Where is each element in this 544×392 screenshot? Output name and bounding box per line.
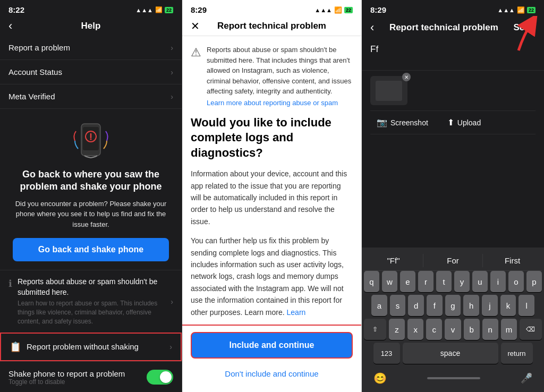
diagnostics-heading: Would you like to include complete logs … [191, 115, 353, 161]
key-l[interactable]: l [518, 295, 534, 316]
key-backspace[interactable]: ⌫ [520, 319, 542, 340]
battery-2: 22 [344, 7, 353, 13]
chevron-icon-report: › [171, 44, 173, 52]
chevron-icon-meta: › [171, 92, 173, 101]
signal-icon-1: ▲▲▲ [135, 7, 153, 13]
report-no-shake-item[interactable]: 📋 Report problem without shaking › [0, 333, 182, 361]
key-return[interactable]: return [501, 343, 533, 364]
close-button-2[interactable]: ✕ [191, 20, 200, 32]
upload-button[interactable]: ⬆ Upload [441, 115, 487, 130]
body-text-2-content: You can further help us fix this problem… [191, 236, 344, 316]
screenshot-button[interactable]: 📷 Screenshot [370, 115, 435, 130]
warning-icon: ⚠ [191, 46, 201, 59]
report-text-area[interactable] [362, 39, 544, 71]
status-bar-3: 8:29 ▲▲▲ 📶 22 [362, 0, 544, 16]
key-i[interactable]: i [490, 271, 506, 292]
key-v[interactable]: v [445, 319, 461, 340]
key-h[interactable]: h [463, 295, 479, 316]
abuse-info-sub: Learn how to report abuse or spam. This … [18, 299, 165, 326]
screenshot-thumb-inner [376, 81, 402, 101]
menu-item-report[interactable]: Report a problem › [0, 36, 182, 60]
key-d[interactable]: d [408, 295, 424, 316]
suggestion-2[interactable]: First [483, 254, 542, 267]
keyboard-suggestions: "Ff" For First [364, 251, 542, 271]
report-no-shake-chevron: › [169, 343, 172, 351]
key-g[interactable]: g [445, 295, 461, 316]
include-continue-button[interactable]: Include and continue [191, 332, 353, 359]
key-x[interactable]: x [407, 319, 423, 340]
key-shift[interactable]: ⇧ [364, 319, 386, 340]
p2-content: ⚠ Reports about abuse or spam shouldn't … [182, 36, 361, 325]
key-m[interactable]: m [501, 319, 517, 340]
report-no-shake-left: 📋 Report problem without shaking [10, 341, 139, 353]
learn-link[interactable]: Learn [287, 308, 306, 317]
key-b[interactable]: b [464, 319, 480, 340]
warning-section: ⚠ Reports about abuse or spam shouldn't … [191, 45, 353, 107]
remove-screenshot-button[interactable]: ✕ [402, 73, 411, 81]
nav-bar-2: ✕ Report technical problem [182, 16, 361, 36]
panel-help: 8:22 ▲▲▲ 📶 22 ‹ Help Report a problem › … [0, 0, 182, 392]
send-button[interactable]: Send [513, 22, 536, 33]
status-icons-2: ▲▲▲ 📶 22 [314, 6, 353, 14]
menu-item-report-label: Report a problem [8, 43, 70, 52]
suggestion-0[interactable]: "Ff" [364, 254, 423, 267]
page-title-2: Report technical problem [217, 21, 326, 31]
key-y[interactable]: y [454, 271, 470, 292]
phone-illustration [70, 120, 112, 162]
key-n[interactable]: n [482, 319, 498, 340]
wifi-icon-2: 📶 [334, 6, 342, 14]
key-p[interactable]: p [526, 271, 542, 292]
key-s[interactable]: s [390, 295, 406, 316]
nav-bar-3: ‹ Report technical problem Send [362, 16, 544, 39]
key-r[interactable]: r [418, 271, 434, 292]
shake-toggle[interactable] [147, 370, 173, 385]
menu-item-account[interactable]: Account Status › [0, 60, 182, 84]
key-j[interactable]: j [482, 295, 498, 316]
abuse-info-item[interactable]: ℹ Reports about abuse or spam shouldn't … [0, 270, 182, 333]
status-icons-1: ▲▲▲ 📶 22 [135, 6, 173, 13]
key-123[interactable]: 123 [373, 343, 400, 364]
key-a[interactable]: a [371, 295, 387, 316]
upload-label: Upload [457, 118, 481, 127]
suggestion-1[interactable]: For [423, 254, 483, 267]
upload-icon: ⬆ [447, 117, 454, 127]
key-u[interactable]: u [472, 271, 488, 292]
status-bar-1: 8:22 ▲▲▲ 📶 22 [0, 0, 182, 16]
key-o[interactable]: o [508, 271, 524, 292]
shake-title: Go back to where you saw the problem and… [13, 168, 169, 193]
camera-icon: 📷 [377, 117, 387, 127]
toggle-row: Shake phone to report a problem Toggle o… [0, 361, 182, 392]
menu-item-meta[interactable]: Meta Verified › [0, 84, 182, 109]
report-text-input[interactable] [370, 44, 536, 55]
key-q[interactable]: q [364, 271, 379, 292]
screenshot-thumbnail: ✕ [370, 76, 407, 105]
key-t[interactable]: t [436, 271, 452, 292]
back-button-3[interactable]: ‹ [370, 21, 374, 35]
menu-item-meta-label: Meta Verified [8, 92, 55, 101]
mic-key[interactable]: 🎤 [515, 369, 538, 387]
signal-icon-3: ▲▲▲ [497, 7, 515, 13]
emoji-key[interactable]: 😊 [368, 369, 392, 388]
key-e[interactable]: e [400, 271, 415, 292]
key-f[interactable]: f [427, 295, 443, 316]
back-button-1[interactable]: ‹ [8, 19, 12, 33]
time-2: 8:29 [191, 5, 207, 14]
key-z[interactable]: z [389, 319, 405, 340]
home-bar-3 [427, 377, 480, 379]
abuse-link[interactable]: Learn more about reporting abuse or spam [207, 99, 353, 107]
page-title-3: Report technical problem [389, 22, 498, 33]
menu-item-account-label: Account Status [8, 67, 62, 76]
dont-include-button[interactable]: Don't include and continue [191, 364, 353, 384]
key-c[interactable]: c [426, 319, 442, 340]
warning-text: Reports about abuse or spam shouldn't be… [207, 46, 351, 95]
key-space[interactable]: space [403, 343, 498, 364]
kb-row-1: q w e r t y u i o p [364, 271, 542, 292]
key-k[interactable]: k [500, 295, 516, 316]
abuse-info-text: Reports about abuse or spam shouldn't be… [18, 277, 165, 326]
go-back-shake-button[interactable]: Go back and shake phone [13, 238, 169, 261]
kb-row-2: a s d f g h j k l [371, 295, 534, 316]
key-w[interactable]: w [382, 271, 397, 292]
battery-3: 22 [527, 7, 536, 13]
shake-desc: Did you encounter a problem? Please shak… [13, 199, 169, 230]
svg-point-4 [90, 139, 92, 140]
